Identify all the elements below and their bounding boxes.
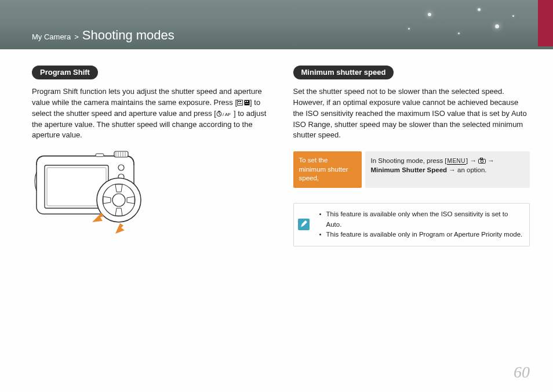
text-segment: ] → bbox=[466, 157, 478, 164]
program-shift-paragraph: Program Shift function lets you adjust t… bbox=[32, 86, 269, 141]
text-segment: Program Shift function lets you adjust t… bbox=[32, 87, 262, 107]
howto-body: In Shooting mode, press [MENU] → → Minim… bbox=[365, 151, 530, 188]
breadcrumb-sep: > bbox=[74, 32, 79, 41]
svg-rect-4 bbox=[245, 100, 250, 105]
display-icon bbox=[237, 98, 250, 107]
page-edge-tab bbox=[538, 0, 553, 46]
breadcrumb: My Camera > Shooting modes bbox=[32, 28, 174, 43]
svg-rect-29 bbox=[481, 158, 483, 160]
svg-rect-2 bbox=[240, 101, 241, 102]
svg-line-10 bbox=[219, 114, 220, 115]
svg-rect-6 bbox=[247, 101, 248, 102]
min-shutter-paragraph: Set the shutter speed not to be slower t… bbox=[293, 86, 530, 141]
page-title: Shooting modes bbox=[82, 28, 174, 43]
pen-note-icon bbox=[294, 204, 314, 246]
breadcrumb-root: My Camera bbox=[32, 32, 71, 41]
howto-target: Minimum Shutter Speed bbox=[371, 166, 448, 173]
svg-rect-22 bbox=[96, 154, 104, 157]
svg-point-27 bbox=[112, 194, 125, 206]
right-column: Minimum shutter speed Set the shutter sp… bbox=[293, 66, 530, 246]
svg-point-30 bbox=[481, 160, 483, 162]
svg-rect-0 bbox=[238, 100, 243, 105]
camera-illustration bbox=[32, 149, 148, 239]
svg-text:/ AF: / AF bbox=[223, 112, 231, 117]
page-header: My Camera > Shooting modes bbox=[0, 0, 553, 49]
howto-row: To set the minimum shutter speed, In Sho… bbox=[293, 151, 530, 188]
section-pill-program-shift: Program Shift bbox=[32, 66, 98, 79]
content-columns: Program Shift Program Shift function let… bbox=[0, 49, 553, 246]
text-segment: → an option. bbox=[447, 166, 486, 173]
note-item: This feature is available only in Progra… bbox=[319, 230, 524, 240]
menu-icon: MENU bbox=[447, 158, 466, 165]
timer-af-icon: / AF bbox=[216, 109, 234, 118]
svg-rect-5 bbox=[245, 101, 246, 102]
svg-point-23 bbox=[118, 165, 124, 170]
note-item: This feature is available only when the … bbox=[319, 209, 524, 230]
camera-icon bbox=[478, 157, 486, 164]
text-segment: → bbox=[486, 157, 494, 164]
svg-rect-1 bbox=[238, 101, 239, 102]
decorative-stars bbox=[402, 5, 530, 45]
left-column: Program Shift Program Shift function let… bbox=[32, 66, 269, 246]
note-box: This feature is available only when the … bbox=[293, 203, 530, 246]
section-pill-min-shutter: Minimum shutter speed bbox=[293, 66, 394, 79]
note-list: This feature is available only when the … bbox=[319, 204, 530, 246]
svg-rect-16 bbox=[114, 151, 128, 157]
text-segment: In Shooting mode, press [ bbox=[371, 157, 447, 164]
page-number: 60 bbox=[514, 363, 530, 382]
howto-label: To set the minimum shutter speed, bbox=[293, 151, 362, 188]
